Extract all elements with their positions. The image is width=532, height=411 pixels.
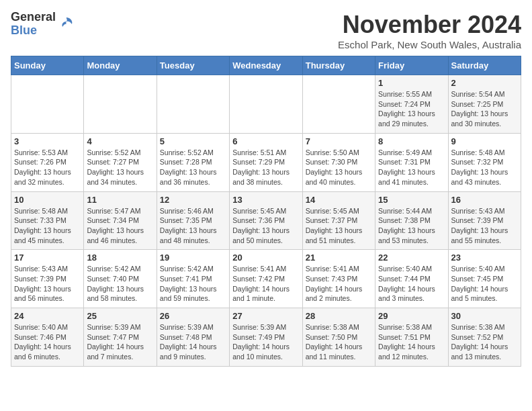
day-number: 6 bbox=[232, 136, 299, 146]
day-info: Sunrise: 5:54 AM Sunset: 7:25 PM Dayligh… bbox=[451, 89, 518, 129]
day-info: Sunrise: 5:55 AM Sunset: 7:24 PM Dayligh… bbox=[378, 89, 445, 129]
calendar-cell: 4Sunrise: 5:52 AM Sunset: 7:27 PM Daylig… bbox=[84, 133, 157, 191]
title-area: November 2024 Eschol Park, New South Wal… bbox=[338, 11, 521, 50]
day-number: 25 bbox=[87, 311, 153, 321]
day-number: 10 bbox=[14, 195, 81, 205]
day-number: 1 bbox=[378, 78, 445, 88]
calendar-cell: 10Sunrise: 5:48 AM Sunset: 7:33 PM Dayli… bbox=[11, 191, 84, 250]
day-info: Sunrise: 5:45 AM Sunset: 7:36 PM Dayligh… bbox=[232, 206, 299, 246]
header-thursday: Thursday bbox=[302, 56, 375, 75]
day-number: 23 bbox=[451, 253, 518, 263]
day-number: 17 bbox=[14, 253, 81, 263]
day-info: Sunrise: 5:50 AM Sunset: 7:30 PM Dayligh… bbox=[306, 148, 372, 187]
header: General Blue November 2024 Eschol Park, … bbox=[11, 11, 521, 50]
day-info: Sunrise: 5:45 AM Sunset: 7:37 PM Dayligh… bbox=[306, 206, 372, 246]
calendar-cell: 15Sunrise: 5:44 AM Sunset: 7:38 PM Dayli… bbox=[375, 191, 448, 250]
header-wednesday: Wednesday bbox=[230, 56, 302, 75]
logo-general: General bbox=[11, 11, 56, 24]
calendar-cell: 21Sunrise: 5:41 AM Sunset: 7:43 PM Dayli… bbox=[302, 250, 375, 308]
calendar-cell: 12Sunrise: 5:46 AM Sunset: 7:35 PM Dayli… bbox=[157, 191, 229, 250]
day-number: 5 bbox=[160, 136, 226, 146]
calendar-cell: 28Sunrise: 5:38 AM Sunset: 7:50 PM Dayli… bbox=[302, 308, 375, 367]
day-info: Sunrise: 5:53 AM Sunset: 7:26 PM Dayligh… bbox=[14, 148, 81, 187]
calendar-cell: 3Sunrise: 5:53 AM Sunset: 7:26 PM Daylig… bbox=[11, 133, 84, 191]
week-row-0: 1Sunrise: 5:55 AM Sunset: 7:24 PM Daylig… bbox=[11, 75, 521, 134]
week-row-1: 3Sunrise: 5:53 AM Sunset: 7:26 PM Daylig… bbox=[11, 133, 521, 191]
day-info: Sunrise: 5:49 AM Sunset: 7:31 PM Dayligh… bbox=[378, 148, 445, 187]
calendar-cell: 14Sunrise: 5:45 AM Sunset: 7:37 PM Dayli… bbox=[302, 191, 375, 250]
calendar-cell: 6Sunrise: 5:51 AM Sunset: 7:29 PM Daylig… bbox=[230, 133, 302, 191]
calendar-cell: 5Sunrise: 5:52 AM Sunset: 7:28 PM Daylig… bbox=[157, 133, 229, 191]
calendar-cell: 9Sunrise: 5:48 AM Sunset: 7:32 PM Daylig… bbox=[448, 133, 521, 191]
calendar-cell: 20Sunrise: 5:41 AM Sunset: 7:42 PM Dayli… bbox=[230, 250, 302, 308]
day-number: 29 bbox=[378, 311, 445, 321]
calendar-cell: 27Sunrise: 5:39 AM Sunset: 7:49 PM Dayli… bbox=[230, 308, 302, 367]
calendar-cell: 18Sunrise: 5:42 AM Sunset: 7:40 PM Dayli… bbox=[84, 250, 157, 308]
day-number: 21 bbox=[306, 253, 372, 263]
calendar-cell: 29Sunrise: 5:38 AM Sunset: 7:51 PM Dayli… bbox=[375, 308, 448, 367]
week-row-4: 24Sunrise: 5:40 AM Sunset: 7:46 PM Dayli… bbox=[11, 308, 521, 367]
calendar-cell: 16Sunrise: 5:43 AM Sunset: 7:39 PM Dayli… bbox=[448, 191, 521, 250]
day-number: 9 bbox=[451, 136, 518, 146]
calendar-cell: 26Sunrise: 5:39 AM Sunset: 7:48 PM Dayli… bbox=[157, 308, 229, 367]
location-subtitle: Eschol Park, New South Wales, Australia bbox=[338, 39, 521, 50]
day-info: Sunrise: 5:39 AM Sunset: 7:49 PM Dayligh… bbox=[232, 322, 299, 362]
header-sunday: Sunday bbox=[11, 56, 84, 75]
calendar-cell: 11Sunrise: 5:47 AM Sunset: 7:34 PM Dayli… bbox=[84, 191, 157, 250]
day-info: Sunrise: 5:39 AM Sunset: 7:47 PM Dayligh… bbox=[87, 322, 153, 362]
logo-bird-icon bbox=[57, 15, 76, 34]
day-info: Sunrise: 5:40 AM Sunset: 7:46 PM Dayligh… bbox=[14, 322, 81, 362]
day-number: 3 bbox=[14, 136, 81, 146]
day-info: Sunrise: 5:44 AM Sunset: 7:38 PM Dayligh… bbox=[378, 206, 445, 246]
day-number: 27 bbox=[232, 311, 299, 321]
day-number: 12 bbox=[160, 195, 226, 205]
week-row-2: 10Sunrise: 5:48 AM Sunset: 7:33 PM Dayli… bbox=[11, 191, 521, 250]
day-info: Sunrise: 5:51 AM Sunset: 7:29 PM Dayligh… bbox=[232, 148, 299, 187]
day-number: 26 bbox=[160, 311, 226, 321]
day-info: Sunrise: 5:52 AM Sunset: 7:28 PM Dayligh… bbox=[160, 148, 226, 187]
day-info: Sunrise: 5:47 AM Sunset: 7:34 PM Dayligh… bbox=[87, 206, 153, 246]
calendar-cell: 24Sunrise: 5:40 AM Sunset: 7:46 PM Dayli… bbox=[11, 308, 84, 367]
day-info: Sunrise: 5:41 AM Sunset: 7:43 PM Dayligh… bbox=[306, 264, 372, 304]
header-saturday: Saturday bbox=[448, 56, 521, 75]
calendar-cell: 23Sunrise: 5:40 AM Sunset: 7:45 PM Dayli… bbox=[448, 250, 521, 308]
calendar-cell: 1Sunrise: 5:55 AM Sunset: 7:24 PM Daylig… bbox=[375, 75, 448, 134]
calendar-cell: 7Sunrise: 5:50 AM Sunset: 7:30 PM Daylig… bbox=[302, 133, 375, 191]
day-number: 19 bbox=[160, 253, 226, 263]
calendar-cell: 17Sunrise: 5:43 AM Sunset: 7:39 PM Dayli… bbox=[11, 250, 84, 308]
calendar-header-row: SundayMondayTuesdayWednesdayThursdayFrid… bbox=[11, 56, 521, 75]
calendar-cell bbox=[84, 75, 157, 134]
day-info: Sunrise: 5:40 AM Sunset: 7:45 PM Dayligh… bbox=[451, 264, 518, 304]
day-info: Sunrise: 5:42 AM Sunset: 7:40 PM Dayligh… bbox=[87, 264, 153, 304]
day-info: Sunrise: 5:52 AM Sunset: 7:27 PM Dayligh… bbox=[87, 148, 153, 187]
day-info: Sunrise: 5:48 AM Sunset: 7:32 PM Dayligh… bbox=[451, 148, 518, 187]
month-title: November 2024 bbox=[338, 11, 521, 39]
calendar-cell: 2Sunrise: 5:54 AM Sunset: 7:25 PM Daylig… bbox=[448, 75, 521, 134]
week-row-3: 17Sunrise: 5:43 AM Sunset: 7:39 PM Dayli… bbox=[11, 250, 521, 308]
day-info: Sunrise: 5:38 AM Sunset: 7:50 PM Dayligh… bbox=[306, 322, 372, 362]
day-number: 8 bbox=[378, 136, 445, 146]
logo-blue: Blue bbox=[11, 24, 56, 38]
day-number: 16 bbox=[451, 195, 518, 205]
day-number: 4 bbox=[87, 136, 153, 146]
day-number: 24 bbox=[14, 311, 81, 321]
day-info: Sunrise: 5:46 AM Sunset: 7:35 PM Dayligh… bbox=[160, 206, 226, 246]
logo: General Blue bbox=[11, 11, 76, 38]
calendar-cell bbox=[157, 75, 229, 134]
day-number: 13 bbox=[232, 195, 299, 205]
day-info: Sunrise: 5:40 AM Sunset: 7:44 PM Dayligh… bbox=[378, 264, 445, 304]
day-number: 15 bbox=[378, 195, 445, 205]
calendar-cell: 30Sunrise: 5:38 AM Sunset: 7:52 PM Dayli… bbox=[448, 308, 521, 367]
header-monday: Monday bbox=[84, 56, 157, 75]
calendar-cell: 19Sunrise: 5:42 AM Sunset: 7:41 PM Dayli… bbox=[157, 250, 229, 308]
day-number: 30 bbox=[451, 311, 518, 321]
calendar-cell: 22Sunrise: 5:40 AM Sunset: 7:44 PM Dayli… bbox=[375, 250, 448, 308]
calendar-cell: 25Sunrise: 5:39 AM Sunset: 7:47 PM Dayli… bbox=[84, 308, 157, 367]
day-number: 2 bbox=[451, 78, 518, 88]
day-info: Sunrise: 5:43 AM Sunset: 7:39 PM Dayligh… bbox=[14, 264, 81, 304]
day-number: 28 bbox=[306, 311, 372, 321]
day-number: 20 bbox=[232, 253, 299, 263]
day-info: Sunrise: 5:48 AM Sunset: 7:33 PM Dayligh… bbox=[14, 206, 81, 246]
day-number: 7 bbox=[306, 136, 372, 146]
day-info: Sunrise: 5:42 AM Sunset: 7:41 PM Dayligh… bbox=[160, 264, 226, 304]
